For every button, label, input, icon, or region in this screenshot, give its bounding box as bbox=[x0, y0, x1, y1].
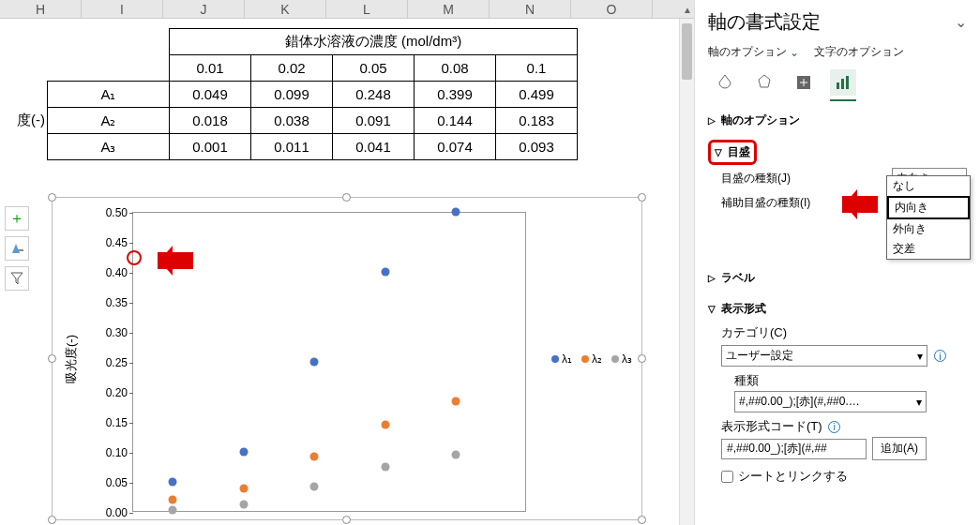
effects-icon[interactable] bbox=[751, 69, 777, 96]
size-properties-icon[interactable] bbox=[791, 69, 817, 96]
section-label[interactable]: ▷ラベル bbox=[708, 266, 967, 290]
y-tick-label: 0.35 bbox=[106, 296, 128, 309]
table-cell: 0.099 bbox=[251, 82, 333, 108]
table-cell: 0.011 bbox=[251, 134, 333, 160]
table-cell: 0.499 bbox=[496, 82, 578, 108]
link-to-sheet-checkbox[interactable] bbox=[721, 471, 733, 483]
scatter-point[interactable] bbox=[310, 358, 319, 367]
dropdown-option[interactable]: なし bbox=[887, 176, 970, 196]
minor-tick-dropdown-list[interactable]: なし内向き外向き交差 bbox=[886, 175, 971, 260]
vertical-scrollbar[interactable]: ▲ bbox=[679, 19, 694, 525]
dropdown-option[interactable]: 外向き bbox=[887, 219, 970, 239]
svg-marker-1 bbox=[759, 75, 770, 87]
table-cell: 0.018 bbox=[170, 108, 251, 134]
table-cell: 0.049 bbox=[170, 82, 251, 108]
table-col-header: 0.05 bbox=[333, 55, 415, 82]
category-label: カテゴリ(C) bbox=[721, 324, 967, 341]
section-number-format[interactable]: ▽表示形式 bbox=[708, 297, 967, 321]
chart-y-axis-title[interactable]: 吸光度(-) bbox=[63, 335, 80, 383]
scatter-point[interactable] bbox=[310, 452, 319, 460]
section-tick-marks[interactable]: ▽目盛 bbox=[715, 144, 750, 160]
axis-options-tab[interactable]: 軸のオプション ⌄ bbox=[708, 44, 799, 60]
table-row-label: A₁ bbox=[48, 82, 170, 108]
axis-options-icon[interactable] bbox=[830, 69, 856, 96]
table-col-header: 0.1 bbox=[496, 55, 578, 82]
text-options-tab[interactable]: 文字のオプション bbox=[814, 44, 904, 60]
category-dropdown[interactable]: ユーザー設定▾ bbox=[721, 345, 927, 367]
legend-item[interactable]: λ₁ bbox=[551, 352, 572, 366]
table-cell: 0.144 bbox=[415, 108, 496, 134]
info-icon[interactable]: i bbox=[934, 350, 946, 362]
dropdown-option[interactable]: 交差 bbox=[887, 239, 970, 259]
legend-item[interactable]: λ₂ bbox=[581, 352, 602, 366]
chart-filter-button[interactable] bbox=[5, 266, 29, 291]
table-col-header: 0.02 bbox=[251, 55, 333, 82]
scatter-point[interactable] bbox=[239, 500, 248, 508]
chart-legend[interactable]: λ₁λ₂λ₃ bbox=[551, 352, 632, 366]
add-button[interactable]: 追加(A) bbox=[872, 437, 927, 460]
annotation-red-arrow bbox=[158, 252, 193, 269]
svg-rect-4 bbox=[841, 79, 844, 89]
y-tick-label: 0.30 bbox=[106, 326, 128, 339]
row-outer-label: 度(-) bbox=[9, 82, 48, 160]
scatter-point[interactable] bbox=[452, 451, 460, 459]
fill-line-icon[interactable] bbox=[712, 69, 738, 96]
table-row-label: A₃ bbox=[48, 134, 170, 160]
y-tick-label: 0.25 bbox=[106, 356, 128, 369]
table-cell: 0.248 bbox=[333, 82, 415, 108]
scatter-point[interactable] bbox=[239, 447, 248, 456]
table-cell: 0.038 bbox=[251, 108, 333, 134]
scatter-point[interactable] bbox=[452, 397, 460, 405]
table-cell: 0.093 bbox=[496, 134, 578, 160]
column-headers: HIJKLMNO bbox=[0, 0, 694, 19]
svg-rect-0 bbox=[18, 249, 23, 251]
y-tick-label: 0.20 bbox=[106, 386, 128, 399]
column-header[interactable]: I bbox=[82, 0, 163, 18]
table-cell: 0.074 bbox=[415, 134, 496, 160]
scatter-point[interactable] bbox=[381, 462, 389, 471]
info-icon[interactable]: i bbox=[828, 421, 840, 433]
column-header[interactable]: L bbox=[326, 0, 408, 18]
major-tick-type-label: 目盛の種類(J) bbox=[721, 171, 791, 187]
type-dropdown[interactable]: #,##0.00_);[赤](#,##0.…▾ bbox=[734, 391, 927, 412]
column-header[interactable]: J bbox=[163, 0, 245, 18]
table-cell: 0.001 bbox=[170, 134, 251, 160]
y-tick-label: 0.40 bbox=[106, 266, 128, 279]
y-tick-label: 0.05 bbox=[106, 476, 128, 489]
chart-style-button[interactable] bbox=[5, 236, 29, 261]
column-header[interactable]: N bbox=[490, 0, 571, 18]
dropdown-option[interactable]: 内向き bbox=[887, 196, 970, 219]
column-header[interactable]: O bbox=[571, 0, 653, 18]
y-tick-label: 0.10 bbox=[106, 446, 128, 459]
table-cell: 0.091 bbox=[333, 108, 415, 134]
scatter-point[interactable] bbox=[169, 477, 177, 486]
y-tick-label: 0.50 bbox=[106, 206, 128, 219]
scatter-point[interactable] bbox=[310, 482, 319, 490]
scatter-point[interactable] bbox=[239, 484, 248, 492]
section-axis-options[interactable]: ▷軸のオプション bbox=[708, 109, 967, 132]
table-cell: 0.399 bbox=[415, 82, 496, 108]
column-header[interactable]: H bbox=[0, 0, 82, 18]
format-code-label: 表示形式コード(T) bbox=[721, 419, 822, 433]
table-row-label: A₂ bbox=[48, 108, 170, 134]
legend-item[interactable]: λ₃ bbox=[611, 352, 632, 366]
column-header[interactable]: M bbox=[408, 0, 490, 18]
table-cell: 0.041 bbox=[333, 134, 415, 160]
panel-collapse-icon[interactable]: ⌄ bbox=[955, 13, 967, 31]
chart-object[interactable]: 吸光度(-) 0.000.050.100.150.200.250.300.350… bbox=[52, 197, 642, 520]
chart-add-element-button[interactable]: ＋ bbox=[5, 206, 29, 231]
svg-rect-3 bbox=[837, 82, 839, 89]
scatter-point[interactable] bbox=[169, 496, 177, 504]
scatter-point[interactable] bbox=[381, 267, 389, 276]
scatter-point[interactable] bbox=[169, 506, 177, 515]
scatter-point[interactable] bbox=[452, 207, 460, 216]
diagonal-header-cell bbox=[48, 29, 170, 82]
column-header[interactable]: K bbox=[245, 0, 326, 18]
y-tick-label: 0.45 bbox=[106, 236, 128, 249]
scatter-point[interactable] bbox=[381, 420, 389, 428]
format-code-input[interactable] bbox=[721, 439, 867, 459]
panel-title: 軸の書式設定 bbox=[708, 9, 821, 35]
format-axis-panel: 軸の書式設定 ⌄ 軸のオプション ⌄ 文字のオプション ▷軸のオプション ▽目盛… bbox=[694, 0, 980, 525]
table-col-header: 0.08 bbox=[415, 55, 496, 82]
y-tick-label: 0.00 bbox=[106, 506, 128, 519]
